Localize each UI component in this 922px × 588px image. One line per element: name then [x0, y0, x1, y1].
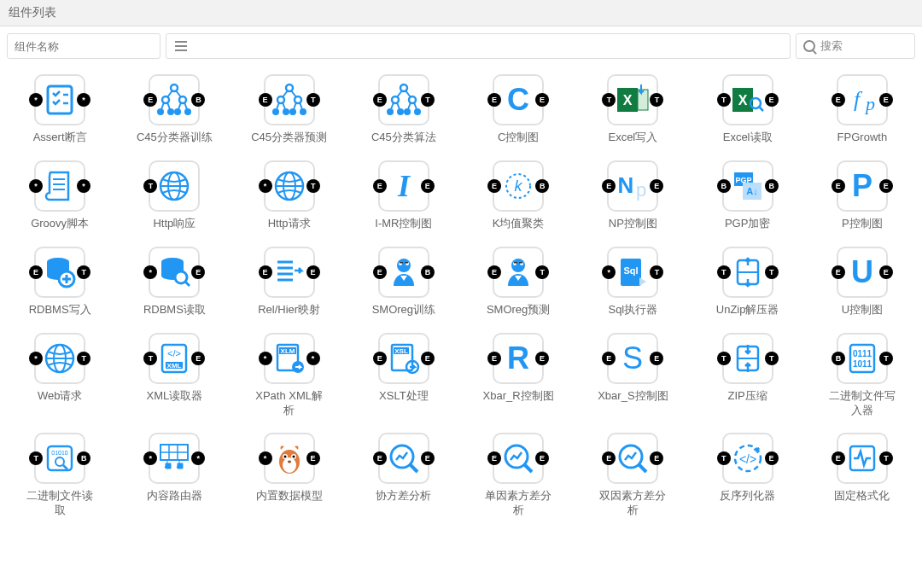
svg-line-14 [178, 102, 181, 109]
category-dropdown[interactable] [166, 33, 791, 59]
component-item[interactable]: EENpNP控制图 [588, 160, 677, 231]
svg-rect-90 [514, 262, 517, 264]
svg-point-33 [397, 108, 404, 115]
component-item[interactable]: EE双因素方差分析 [588, 433, 677, 518]
svg-text:S: S [622, 341, 643, 376]
svg-point-133 [288, 461, 291, 463]
component-item[interactable]: ETSMOreg预测 [474, 247, 563, 317]
component-item[interactable]: **内容路由器 [130, 433, 219, 518]
port-right: E [306, 451, 320, 465]
component-item[interactable]: ETC45分类算法 [359, 74, 448, 145]
port-left: T [717, 93, 731, 107]
search-box[interactable]: 搜索 [796, 33, 915, 59]
svg-point-9 [184, 108, 191, 115]
component-icon-box: T [149, 160, 200, 212]
component-item[interactable]: EERXbar_R控制图 [474, 333, 563, 418]
component-item[interactable]: TB01010二进制文件读取 [15, 433, 104, 518]
component-item[interactable]: EE协方差分析 [359, 433, 448, 518]
component-label: C控制图 [498, 131, 539, 145]
port-right: B [535, 179, 549, 193]
component-icon-box: EE [264, 247, 315, 298]
component-item[interactable]: TE</>反序列化器 [703, 433, 792, 518]
component-item[interactable]: BBPGPA↓PGP加密 [703, 160, 792, 231]
svg-text:XLM: XLM [280, 347, 295, 355]
port-left: T [717, 265, 731, 279]
svg-point-87 [511, 259, 525, 272]
component-item[interactable]: **XLMXPath XML解析 [245, 333, 334, 418]
component-item[interactable]: EEII-MR控制图 [359, 160, 448, 231]
port-left: * [29, 179, 43, 193]
svg-text:1011: 1011 [853, 359, 872, 369]
component-item[interactable]: THttp响应 [130, 160, 219, 231]
component-item[interactable]: EECC控制图 [474, 74, 563, 145]
svg-text:f: f [854, 87, 863, 112]
component-label: UnZip解压器 [716, 303, 779, 317]
db-add-icon [41, 253, 79, 291]
component-icon-box: EBk [493, 160, 544, 212]
component-item[interactable]: EEfpFPGrowth [818, 74, 907, 145]
component-label: SMOreg训练 [372, 303, 435, 317]
component-label: XPath XML解析 [251, 389, 328, 418]
component-item[interactable]: EEXSLXSLT处理 [359, 333, 448, 418]
component-item[interactable]: *E内置数据模型 [245, 433, 334, 518]
kmeans-icon: k [499, 167, 537, 205]
port-left: E [832, 265, 845, 279]
svg-line-11 [176, 90, 181, 97]
component-item[interactable]: ETRDBMS写入 [15, 247, 104, 317]
component-icon-box: BT01111011 [837, 333, 888, 384]
component-item[interactable]: EE单因素方差分析 [474, 433, 563, 518]
component-label: 双因素方差分析 [594, 489, 671, 518]
component-label: Rel/Hier映射 [258, 303, 320, 317]
component-item[interactable]: *ERDBMS读取 [130, 247, 219, 317]
component-item[interactable]: TEXExcel读取 [703, 74, 792, 145]
component-item[interactable]: *THttp请求 [245, 160, 334, 231]
svg-text:R: R [507, 341, 529, 376]
globe-icon [41, 340, 79, 377]
port-left: E [487, 265, 501, 279]
svg-line-38 [391, 102, 394, 109]
svg-point-7 [167, 108, 174, 115]
port-left: E [487, 93, 501, 107]
component-icon-box: EEXSL [378, 333, 429, 384]
component-item[interactable]: EERel/Hier映射 [245, 247, 334, 317]
component-item[interactable]: **Groovy脚本 [15, 160, 104, 231]
svg-text:X: X [738, 93, 747, 108]
component-item[interactable]: ETC45分类器预测 [245, 74, 334, 145]
component-item[interactable]: BT01111011二进制文件写入器 [818, 333, 907, 418]
svg-text:U: U [851, 254, 873, 289]
component-icon-box: *E [264, 433, 315, 484]
component-item[interactable]: EBC45分类器训练 [130, 74, 219, 145]
component-item[interactable]: EBSMOreg训练 [359, 247, 448, 317]
svg-text:01010: 01010 [51, 450, 68, 456]
component-name-input[interactable] [7, 33, 160, 59]
component-item[interactable]: **Assert断言 [15, 74, 104, 145]
port-right: E [879, 179, 893, 193]
component-item[interactable]: TTUnZip解压器 [703, 247, 792, 317]
svg-line-15 [184, 102, 187, 109]
port-left: E [373, 265, 387, 279]
component-item[interactable]: TE</>XMLXML读取器 [130, 333, 219, 418]
component-item[interactable]: TTXExcel写入 [588, 74, 677, 145]
component-item[interactable]: EBkK均值聚类 [474, 160, 563, 231]
svg-line-23 [283, 90, 288, 97]
component-icon-box: EEI [378, 160, 429, 212]
component-item[interactable]: ET固定格式化 [818, 433, 907, 518]
component-item[interactable]: *TSqlSql执行器 [588, 247, 677, 317]
component-item[interactable]: EEPP控制图 [818, 160, 907, 231]
component-label: U控制图 [842, 303, 883, 317]
component-icon-box: ET [264, 74, 315, 125]
component-item[interactable]: *TWeb请求 [15, 333, 104, 418]
svg-text:X: X [623, 93, 633, 108]
port-right: E [306, 265, 320, 279]
component-item[interactable]: TTZIP压缩 [703, 333, 792, 418]
mag-chart-icon [499, 440, 537, 477]
search-placeholder: 搜索 [820, 38, 843, 54]
db-search-icon [155, 253, 193, 291]
svg-text:0111: 0111 [853, 349, 872, 358]
port-left: E [832, 179, 845, 193]
component-item[interactable]: EESXbar_S控制图 [588, 333, 677, 418]
svg-point-20 [283, 108, 289, 115]
component-item[interactable]: EEUU控制图 [818, 247, 907, 317]
port-left: E [602, 179, 616, 193]
component-label: NP控制图 [609, 217, 657, 231]
